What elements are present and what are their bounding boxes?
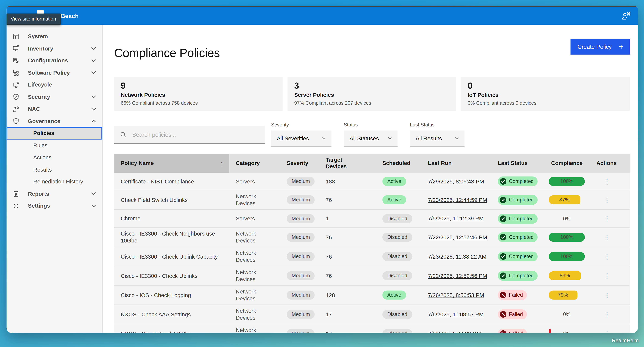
last-run-link[interactable]: 7/22/2025, 12:57:46 PM bbox=[428, 234, 487, 241]
column-header-policy-name[interactable]: Policy Name↑ bbox=[114, 154, 229, 173]
last-run-link[interactable]: 7/5/2025, 11:12:39 PM bbox=[428, 215, 484, 222]
last-run-link[interactable]: 7/26/2025, 8:56:53 PM bbox=[428, 292, 484, 299]
sidebar-item-remediation-history[interactable]: Remediation History bbox=[7, 176, 102, 188]
user-network-icon[interactable] bbox=[621, 11, 631, 21]
severity-badge: Medium bbox=[286, 252, 315, 261]
cell-compliance: 79% bbox=[544, 286, 590, 305]
filter-dropdown-severity[interactable]: All Severities bbox=[271, 130, 332, 147]
system-icon bbox=[12, 33, 20, 40]
cell-compliance: 100% bbox=[544, 173, 590, 190]
table-row[interactable]: Cisco - IOS - Check LoggingNetwork Devic… bbox=[114, 286, 630, 305]
overflow-menu-icon[interactable]: ⋮ bbox=[596, 272, 610, 279]
filter-dropdown-status[interactable]: All Statuses bbox=[344, 130, 398, 147]
last-status-text: Failed bbox=[509, 311, 523, 318]
cell-severity: Medium bbox=[280, 286, 319, 305]
compliance-bar: 79% bbox=[549, 291, 585, 300]
last-status-text: Completed bbox=[509, 234, 534, 241]
sidebar-item-actions[interactable]: Actions bbox=[7, 151, 102, 164]
last-run-link[interactable]: 7/6/2025, 11:08:57 PM bbox=[428, 311, 484, 318]
overflow-menu-icon[interactable]: ⋮ bbox=[596, 330, 610, 333]
sidebar-item-inventory[interactable]: Inventory bbox=[7, 42, 102, 55]
table-row[interactable]: Cisco - IE3300 - Check Neighbors use 10G… bbox=[114, 228, 630, 247]
cell-last-status: Completed bbox=[491, 266, 544, 285]
summary-card-iot-policies: 0IoT Policies0% Compliant across 0 devic… bbox=[461, 77, 630, 111]
last-run-link[interactable]: 7/23/2025, 12:44:59 PM bbox=[428, 197, 487, 204]
severity-badge: Medium bbox=[286, 233, 315, 242]
dropdown-value: All Results bbox=[416, 135, 442, 141]
search-input[interactable] bbox=[132, 131, 260, 138]
last-status-text: Completed bbox=[509, 197, 534, 203]
last-run-link[interactable]: 7/22/2025, 12:52:56 PM bbox=[428, 272, 487, 279]
column-header-last-run[interactable]: Last Run bbox=[422, 154, 491, 173]
overflow-menu-icon[interactable]: ⋮ bbox=[596, 253, 610, 260]
category-text: Network Devices bbox=[236, 250, 270, 264]
column-header-last-status[interactable]: Last Status bbox=[491, 154, 544, 173]
category-text: Network Devices bbox=[236, 193, 270, 207]
table-row[interactable]: Check Field Switch UplinksNetwork Device… bbox=[114, 191, 630, 210]
last-status-text: Completed bbox=[509, 215, 534, 222]
table-row[interactable]: ChromeServersMedium1Disabled7/5/2025, 11… bbox=[114, 210, 630, 228]
create-policy-label: Create Policy bbox=[578, 43, 612, 50]
cell-compliance: 100% bbox=[544, 228, 590, 247]
cell-last-status: Completed bbox=[491, 228, 544, 247]
create-policy-button[interactable]: Create Policy + bbox=[570, 39, 630, 55]
sidebar-item-nac[interactable]: NAC bbox=[7, 103, 102, 115]
filter-label: Severity bbox=[271, 122, 332, 128]
compliance-bar: 0% bbox=[549, 214, 585, 223]
column-header-scheduled[interactable]: Scheduled bbox=[376, 154, 422, 173]
overflow-menu-icon[interactable]: ⋮ bbox=[596, 197, 610, 204]
column-header-compliance[interactable]: Compliance bbox=[544, 154, 590, 173]
table-row[interactable]: NXOS - Check Trunk VACLsNetwork DevicesM… bbox=[114, 324, 630, 333]
overflow-menu-icon[interactable]: ⋮ bbox=[596, 234, 610, 241]
sidebar-item-policies[interactable]: Policies bbox=[7, 127, 102, 139]
overflow-menu-icon[interactable]: ⋮ bbox=[596, 292, 610, 299]
sidebar-item-lifecycle[interactable]: Lifecycle bbox=[7, 79, 102, 91]
column-header-actions[interactable]: Actions bbox=[590, 154, 630, 173]
cell-last-status: Completed bbox=[491, 210, 544, 227]
sidebar-item-reports[interactable]: Reports bbox=[7, 188, 102, 200]
filter-dropdown-last-status[interactable]: All Results bbox=[410, 130, 464, 147]
last-status-badge: Completed bbox=[498, 271, 538, 281]
sidebar-item-label: Lifecycle bbox=[28, 82, 97, 88]
overflow-menu-icon[interactable]: ⋮ bbox=[596, 311, 610, 318]
last-status-badge: Completed bbox=[498, 214, 538, 224]
sidebar-item-system[interactable]: System bbox=[7, 30, 102, 42]
last-run-link[interactable]: 7/23/2025, 11:38:22 AM bbox=[428, 253, 486, 260]
cell-actions: ⋮ bbox=[590, 266, 630, 285]
column-header-category[interactable]: Category bbox=[229, 154, 280, 173]
table-row[interactable]: Cisco - IE3300 - Check UplinksNetwork De… bbox=[114, 266, 630, 286]
column-header-severity[interactable]: Severity bbox=[280, 154, 319, 173]
sidebar-item-software-policy[interactable]: Software Policy bbox=[7, 67, 102, 79]
failed-icon bbox=[500, 292, 506, 298]
dropdown-value: All Severities bbox=[277, 135, 309, 141]
severity-badge: Medium bbox=[286, 271, 315, 280]
search-input-wrapper[interactable] bbox=[114, 126, 266, 144]
cell-category: Network Devices bbox=[229, 191, 280, 210]
sidebar-item-governance[interactable]: Governance bbox=[7, 115, 102, 127]
column-header-target-devices[interactable]: Target Devices bbox=[319, 154, 376, 173]
sidebar-subitem-label: Policies bbox=[33, 130, 54, 136]
last-run-link[interactable]: 7/29/2025, 8:06:43 PM bbox=[428, 178, 484, 185]
overflow-menu-icon[interactable]: ⋮ bbox=[596, 215, 610, 222]
last-run-link[interactable]: 7/8/2025, 6:04:39 PM bbox=[428, 330, 481, 333]
table-row[interactable]: NXOS - Check AAA SettingsNetwork Devices… bbox=[114, 305, 630, 324]
compliance-bar: 0% bbox=[549, 310, 585, 319]
last-status-badge: Completed bbox=[498, 195, 538, 205]
sidebar-item-rules[interactable]: Rules bbox=[7, 139, 102, 152]
cell-policy-name: Cisco - IE3300 - Check Neighbors use 10G… bbox=[114, 228, 229, 247]
table-row[interactable]: Cisco - IE3300 - Check Uplink CapacityNe… bbox=[114, 247, 630, 266]
sidebar-item-configurations[interactable]: Configurations bbox=[7, 55, 102, 67]
cell-target-devices: 76 bbox=[319, 266, 376, 285]
cell-category: Network Devices bbox=[229, 228, 280, 247]
sidebar-item-results[interactable]: Results bbox=[7, 164, 102, 176]
sidebar-item-security[interactable]: Security bbox=[7, 91, 102, 103]
cell-severity: Medium bbox=[280, 305, 319, 324]
scheduled-badge: Active bbox=[382, 195, 406, 204]
table-row[interactable]: Certificate - NIST ComplianceServersMedi… bbox=[114, 173, 630, 191]
overflow-menu-icon[interactable]: ⋮ bbox=[596, 178, 610, 185]
cell-category: Network Devices bbox=[229, 305, 280, 324]
summary-cards: 9Network Policies66% Compliant across 75… bbox=[114, 77, 630, 111]
policy-name-text: Cisco - IE3300 - Check Neighbors use 10G… bbox=[121, 230, 227, 244]
sidebar-item-settings[interactable]: Settings bbox=[7, 200, 102, 212]
category-text: Servers bbox=[236, 178, 255, 185]
